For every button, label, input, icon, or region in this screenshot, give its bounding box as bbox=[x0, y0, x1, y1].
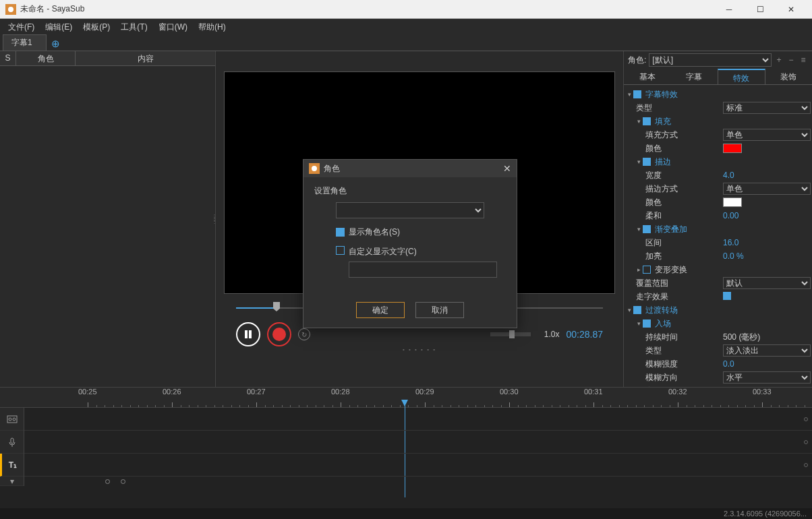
expand-icon[interactable]: ▾ bbox=[625, 91, 633, 98]
tab-basic[interactable]: 基本 bbox=[624, 69, 670, 84]
prop-cover-select[interactable]: 默认 bbox=[723, 277, 811, 289]
prop-grad-range-label: 区间 bbox=[644, 237, 723, 249]
fill-color-swatch[interactable] bbox=[723, 144, 742, 153]
panel-grip-left[interactable]: ⋮⋮⋮ bbox=[212, 215, 218, 223]
col-header-content[interactable]: 内容 bbox=[76, 51, 215, 65]
prop-fill-mode-label: 填充方式 bbox=[644, 129, 723, 141]
tab-decoration[interactable]: 装饰 bbox=[765, 69, 812, 84]
role-add-button[interactable]: + bbox=[774, 55, 784, 65]
col-header-role[interactable]: 角色 bbox=[16, 51, 76, 65]
checkbox-icon[interactable] bbox=[643, 225, 651, 233]
tab-subtitle[interactable]: 字幕 bbox=[670, 69, 717, 84]
checkbox-icon[interactable] bbox=[633, 90, 641, 98]
checkbox-icon[interactable] bbox=[643, 158, 651, 166]
marker-icon[interactable] bbox=[121, 479, 125, 484]
role-name-select[interactable] bbox=[336, 202, 484, 218]
menu-help[interactable]: 帮助(H) bbox=[193, 20, 231, 35]
track-knob-icon[interactable] bbox=[804, 440, 808, 444]
track-text-button[interactable]: T₁ bbox=[0, 454, 24, 477]
timeline-ruler[interactable]: 00:2500:2600:2700:2800:2900:3000:3100:32… bbox=[0, 388, 812, 408]
custom-text-checkbox[interactable] bbox=[336, 246, 345, 255]
add-tab-button[interactable]: ⊕ bbox=[49, 37, 63, 51]
film-icon bbox=[7, 414, 18, 425]
speed-slider[interactable] bbox=[490, 332, 531, 336]
col-header-s[interactable]: S bbox=[0, 51, 16, 65]
svg-rect-7 bbox=[11, 438, 13, 444]
dialog-close-button[interactable]: ✕ bbox=[503, 163, 511, 174]
track-row-audio[interactable] bbox=[24, 431, 812, 454]
marker-icon[interactable] bbox=[105, 479, 110, 484]
track-knob-icon[interactable] bbox=[804, 463, 808, 467]
prop-stroke-soft-value[interactable]: 0.00 bbox=[723, 211, 811, 220]
track-collapse-button[interactable]: ▾ bbox=[0, 477, 24, 486]
track-video-button[interactable] bbox=[0, 408, 24, 431]
section-transition: 过渡转场 bbox=[644, 305, 811, 316]
menu-edit[interactable]: 编辑(E) bbox=[40, 20, 78, 35]
pause-button[interactable] bbox=[236, 322, 260, 346]
expand-icon[interactable]: ▾ bbox=[635, 158, 643, 165]
checkbox-icon[interactable] bbox=[633, 306, 641, 314]
track-knob-icon[interactable] bbox=[804, 417, 808, 421]
timecode: 00:28.87 bbox=[567, 329, 604, 340]
role-remove-button[interactable]: − bbox=[786, 55, 796, 65]
prop-in-type-select[interactable]: 淡入淡出 bbox=[723, 344, 811, 357]
section-in: 入场 bbox=[654, 318, 811, 330]
menu-window[interactable]: 窗口(W) bbox=[153, 20, 193, 35]
panel-grip-bottom[interactable]: • • • • • • bbox=[236, 346, 603, 353]
tab-effects[interactable]: 特效 bbox=[718, 69, 765, 84]
track-audio-button[interactable] bbox=[0, 431, 24, 454]
prop-blur-strength-value[interactable]: 0.0 bbox=[723, 359, 811, 369]
prop-stroke-width-value[interactable]: 4.0 bbox=[723, 171, 811, 180]
prop-fill-mode-select[interactable]: 单色 bbox=[723, 129, 811, 141]
app-icon bbox=[5, 4, 16, 15]
menu-tools[interactable]: 工具(T) bbox=[115, 20, 152, 35]
checkbox-icon[interactable] bbox=[643, 319, 651, 328]
menu-file[interactable]: 文件(F) bbox=[3, 20, 40, 35]
ok-button[interactable]: 确定 bbox=[356, 302, 405, 318]
prop-stroke-width-label: 宽度 bbox=[644, 170, 723, 181]
loop-button[interactable]: ↻ bbox=[298, 328, 310, 340]
section-fill: 填充 bbox=[654, 116, 811, 127]
checkbox-icon[interactable] bbox=[643, 117, 651, 125]
tab-subtitle-1[interactable]: 字幕1 bbox=[3, 34, 47, 51]
prop-grad-range-value[interactable]: 16.0 bbox=[723, 238, 811, 247]
prop-in-dur-value[interactable]: 500 bbox=[723, 332, 736, 342]
prop-blur-dir-select[interactable]: 水平 bbox=[723, 371, 811, 384]
role-menu-button[interactable]: ≡ bbox=[799, 55, 808, 65]
prop-grad-bright-value[interactable]: 0.0 % bbox=[723, 251, 811, 261]
pause-icon bbox=[243, 330, 253, 339]
checkbox-icon[interactable] bbox=[643, 266, 651, 274]
expand-icon[interactable]: ▾ bbox=[635, 226, 643, 233]
prop-type-select[interactable]: 标准 bbox=[723, 102, 811, 114]
ruler-label: 00:32 bbox=[668, 388, 687, 396]
track-row-video[interactable] bbox=[24, 408, 812, 431]
ruler-label: 00:28 bbox=[331, 388, 350, 396]
section-stroke: 描边 bbox=[654, 156, 811, 168]
prop-stroke-mode-select[interactable]: 单色 bbox=[723, 183, 811, 195]
track-row-text[interactable] bbox=[24, 454, 812, 477]
stroke-color-swatch[interactable] bbox=[723, 197, 742, 207]
show-name-label: 显示角色名(S) bbox=[349, 226, 400, 238]
expand-icon[interactable]: ▾ bbox=[635, 320, 643, 327]
prop-stroke-soft-label: 柔和 bbox=[644, 210, 723, 222]
expand-icon[interactable]: ▸ bbox=[635, 266, 643, 273]
marquee-checkbox[interactable] bbox=[723, 292, 731, 300]
cancel-button[interactable]: 取消 bbox=[415, 302, 464, 318]
prop-grad-bright-label: 加亮 bbox=[644, 251, 723, 262]
custom-text-input[interactable] bbox=[349, 262, 497, 278]
role-selector[interactable]: [默认] bbox=[649, 53, 772, 67]
show-name-checkbox[interactable] bbox=[336, 228, 345, 237]
version-label: 2.3.14.6095 (42690056... bbox=[724, 510, 807, 518]
prop-stroke-mode-label: 描边方式 bbox=[644, 183, 723, 195]
minimize-button[interactable]: ─ bbox=[714, 0, 745, 19]
record-button[interactable] bbox=[267, 322, 291, 346]
expand-icon[interactable]: ▾ bbox=[635, 118, 643, 125]
menu-template[interactable]: 模板(P) bbox=[78, 20, 115, 35]
property-tree: ▾字幕特效 类型标准 ▾填充 填充方式单色 颜色 ▾描边 宽度4.0 描边方式单… bbox=[624, 85, 812, 387]
prop-fill-color-label: 颜色 bbox=[644, 143, 723, 154]
close-button[interactable]: ✕ bbox=[776, 0, 807, 19]
properties-panel: 角色: [默认] + − ≡ 基本 字幕 特效 装饰 ▾字幕特效 类型标准 ▾填… bbox=[623, 51, 812, 387]
maximize-button[interactable]: ☐ bbox=[745, 0, 776, 19]
expand-icon[interactable]: ▾ bbox=[625, 307, 633, 313]
text-track-icon: T₁ bbox=[9, 460, 17, 470]
